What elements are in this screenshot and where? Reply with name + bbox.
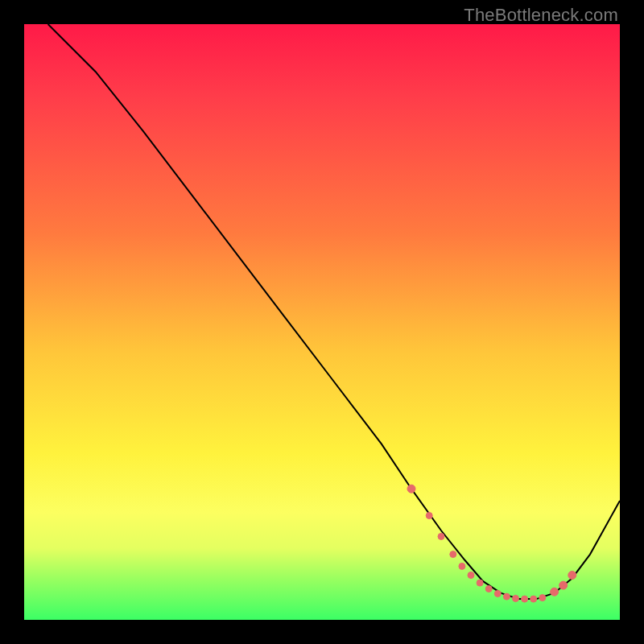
curve-marker xyxy=(459,563,465,569)
curve-marker xyxy=(522,596,528,602)
curve-marker xyxy=(539,595,546,601)
curve-marker xyxy=(438,533,444,539)
curve-markers xyxy=(407,485,576,602)
curve-marker xyxy=(530,596,537,602)
chart-frame: TheBottleneck.com xyxy=(0,0,644,644)
watermark-text: TheBottleneck.com xyxy=(464,5,618,26)
curve-marker xyxy=(513,595,519,601)
curve-marker xyxy=(485,586,492,592)
curve-marker xyxy=(450,551,456,558)
curve-marker xyxy=(503,593,510,600)
curve-marker xyxy=(477,580,483,586)
curve-marker xyxy=(551,588,559,596)
curve-marker xyxy=(559,581,568,589)
plot-area xyxy=(24,24,620,620)
curve-svg xyxy=(24,24,620,620)
curve-marker xyxy=(407,485,415,493)
curve-marker xyxy=(494,590,501,597)
bottleneck-curve-line xyxy=(48,24,620,599)
curve-marker xyxy=(426,513,432,519)
curve-marker xyxy=(568,572,576,580)
curve-marker xyxy=(468,572,474,579)
